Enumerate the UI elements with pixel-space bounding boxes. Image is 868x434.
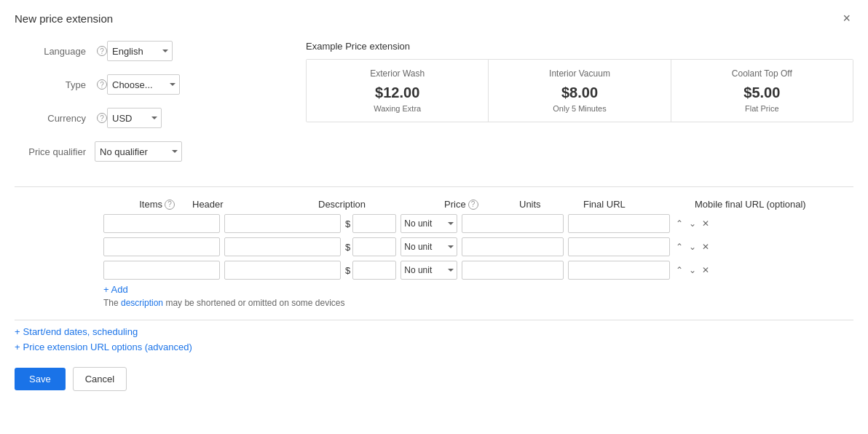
- card-3-price: $5.00: [683, 84, 841, 101]
- item-2-units-select[interactable]: No unit per hour per day per week per mo…: [401, 237, 457, 256]
- card-2-price: $8.00: [500, 84, 658, 101]
- item-1-units-select[interactable]: No unit per hour per day per week per mo…: [401, 214, 457, 233]
- item-2-move-up-button[interactable]: ⌃: [674, 241, 684, 253]
- item-row-2: $ No unit per hour per day per week per …: [15, 237, 853, 256]
- item-3-price-group: $: [345, 261, 396, 280]
- item-2-move-down-button[interactable]: ⌄: [687, 241, 698, 253]
- note-text: The description may be shortened or omit…: [15, 298, 853, 308]
- item-row-1: $ No unit per hour per day per week per …: [15, 214, 853, 233]
- col-header-header: Header: [192, 199, 312, 210]
- url-options-plus-icon: +: [15, 342, 20, 352]
- item-2-delete-button[interactable]: ✕: [701, 241, 711, 253]
- card-3-service: Coolant Top Off: [683, 68, 841, 79]
- item-2-header-input[interactable]: [103, 237, 220, 256]
- item-1-move-down-button[interactable]: ⌄: [687, 218, 698, 229]
- dialog-title: New price extension: [15, 12, 113, 25]
- items-label-group: Items ?: [103, 199, 184, 210]
- type-help-icon[interactable]: ?: [97, 79, 107, 90]
- item-3-delete-button[interactable]: ✕: [701, 264, 711, 276]
- item-2-price-group: $: [345, 237, 396, 256]
- item-1-row-actions: ⌃ ⌄ ✕: [674, 218, 711, 229]
- add-item-link[interactable]: + Add: [15, 284, 853, 295]
- item-1-header-input[interactable]: [103, 214, 220, 233]
- item-3-units-select[interactable]: No unit per hour per day per week per mo…: [401, 261, 457, 280]
- card-2-note: Only 5 Minutes: [500, 104, 658, 113]
- advanced-section: +Start/end dates, scheduling +Price exte…: [15, 320, 853, 352]
- currency-select[interactable]: USD EUR GBP: [107, 108, 162, 128]
- item-2-description-input[interactable]: [224, 237, 341, 256]
- col-header-description: Description: [318, 199, 438, 210]
- col-header-mobile-url: Mobile final URL (optional): [695, 199, 806, 210]
- dollar-sign-1: $: [345, 218, 350, 229]
- item-1-price-group: $: [345, 214, 396, 233]
- item-3-header-input[interactable]: [103, 261, 220, 280]
- col-header-units: Units: [519, 199, 577, 210]
- item-2-final-url-input[interactable]: [462, 237, 564, 256]
- item-3-row-actions: ⌃ ⌄ ✕: [674, 264, 711, 276]
- example-card-3: Coolant Top Off $5.00 Flat Price: [671, 60, 853, 122]
- item-row-3: $ No unit per hour per day per week per …: [15, 261, 853, 280]
- item-1-description-input[interactable]: [224, 214, 341, 233]
- item-1-move-up-button[interactable]: ⌃: [674, 218, 684, 229]
- section-divider: [15, 186, 853, 187]
- item-1-price-input[interactable]: [352, 214, 396, 233]
- scheduling-link[interactable]: +Start/end dates, scheduling: [15, 326, 853, 337]
- item-3-move-up-button[interactable]: ⌃: [674, 264, 684, 276]
- close-button[interactable]: ×: [840, 10, 853, 26]
- col-header-final-url: Final URL: [583, 199, 689, 210]
- currency-label-group: Currency ?: [15, 113, 107, 124]
- item-3-final-url-input[interactable]: [462, 261, 564, 280]
- dialog-body: Language ? English Type ? Choose...: [0, 33, 868, 406]
- card-1-note: Waxing Extra: [318, 104, 476, 113]
- qualifier-label: Price qualifier: [15, 146, 95, 157]
- qualifier-row: Price qualifier No qualifier From Up to …: [15, 141, 262, 162]
- items-label: Items: [139, 199, 162, 210]
- example-card-1: Exterior Wash $12.00 Waxing Extra: [307, 60, 489, 122]
- url-options-link[interactable]: +Price extension URL options (advanced): [15, 342, 853, 352]
- type-row: Type ? Choose...: [15, 74, 262, 95]
- item-1-final-url-input[interactable]: [462, 214, 564, 233]
- type-label: Type: [15, 79, 95, 90]
- item-3-price-input[interactable]: [352, 261, 396, 280]
- language-label: Language: [15, 46, 95, 57]
- example-cards: Exterior Wash $12.00 Waxing Extra Interi…: [306, 59, 853, 122]
- footer: Save Cancel: [15, 367, 853, 391]
- price-help-icon[interactable]: ?: [468, 200, 478, 210]
- items-help-icon[interactable]: ?: [165, 200, 175, 210]
- item-2-price-input[interactable]: [352, 237, 396, 256]
- card-1-service: Exterior Wash: [318, 68, 476, 79]
- language-row: Language ? English: [15, 41, 262, 61]
- col-header-price: Price ?: [444, 199, 513, 210]
- qualifier-select[interactable]: No qualifier From Up to Average: [95, 141, 182, 162]
- cancel-button[interactable]: Cancel: [73, 367, 127, 391]
- example-title: Example Price extension: [306, 41, 853, 52]
- save-button[interactable]: Save: [15, 368, 66, 390]
- dollar-sign-2: $: [345, 242, 350, 253]
- example-card-2: Interior Vacuum $8.00 Only 5 Minutes: [489, 60, 671, 122]
- item-1-delete-button[interactable]: ✕: [701, 218, 711, 229]
- top-section: Language ? English Type ? Choose...: [15, 41, 853, 175]
- description-link[interactable]: description: [121, 298, 163, 308]
- left-form: Language ? English Type ? Choose...: [15, 41, 262, 175]
- item-3-description-input[interactable]: [224, 261, 341, 280]
- card-1-price: $12.00: [318, 84, 476, 101]
- item-1-mobile-url-input[interactable]: [568, 214, 670, 233]
- items-section: Items ? Header Description Price ? Units…: [15, 199, 853, 308]
- currency-help-icon[interactable]: ?: [97, 113, 107, 123]
- dialog-header: New price extension ×: [0, 0, 868, 33]
- item-2-mobile-url-input[interactable]: [568, 237, 670, 256]
- currency-row: Currency ? USD EUR GBP: [15, 108, 262, 128]
- type-label-group: Type ?: [15, 79, 107, 90]
- card-2-service: Interior Vacuum: [500, 68, 658, 79]
- language-label-group: Language ?: [15, 46, 107, 57]
- language-select[interactable]: English: [107, 41, 173, 61]
- example-section: Example Price extension Exterior Wash $1…: [291, 41, 853, 175]
- item-3-move-down-button[interactable]: ⌄: [687, 264, 698, 276]
- currency-label: Currency: [15, 113, 95, 124]
- item-2-row-actions: ⌃ ⌄ ✕: [674, 241, 711, 253]
- columns-header: Items ? Header Description Price ? Units…: [15, 199, 853, 210]
- type-select[interactable]: Choose...: [107, 74, 180, 95]
- item-3-mobile-url-input[interactable]: [568, 261, 670, 280]
- dollar-sign-3: $: [345, 265, 350, 276]
- language-help-icon[interactable]: ?: [97, 46, 107, 56]
